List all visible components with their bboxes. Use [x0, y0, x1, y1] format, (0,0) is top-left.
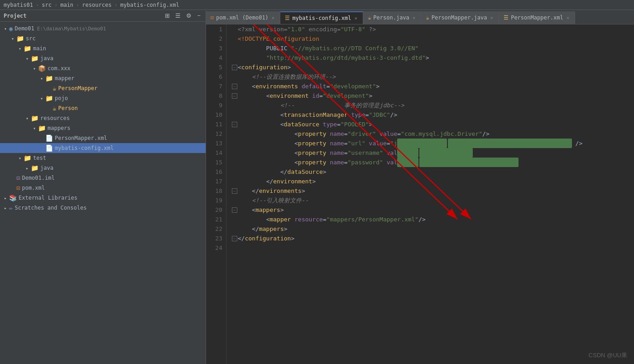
breadcrumb-item-2[interactable]: src	[42, 2, 52, 8]
sidebar-minimize-button[interactable]: −	[196, 12, 202, 19]
tab-person-java[interactable]: ☕ Person.java ×	[363, 11, 421, 24]
tree-item-resources[interactable]: ▾ 📁 resources	[0, 113, 206, 123]
fold-arrow-7[interactable]: −	[232, 84, 237, 89]
tree-label-java: java	[40, 55, 53, 62]
java-class-icon: ☕	[53, 85, 56, 92]
tree-item-demo01[interactable]: ▾ ◉ Demo01 E:\daima\Mybatis\Demo01	[0, 24, 206, 34]
tree-arrow-resources: ▾	[24, 116, 31, 121]
tree-item-test[interactable]: ▾ 📁 test	[0, 153, 206, 163]
tree-arrow-java-test: ▸	[24, 166, 31, 171]
folder-java-icon: 📁	[31, 55, 38, 62]
tree-item-scratches[interactable]: ▸ ✏ Scratches and Consoles	[0, 203, 206, 213]
fold-arrow-5[interactable]: −	[232, 65, 237, 70]
code-line-21: <mapper resource="mappers/PersonMapper.x…	[231, 215, 629, 224]
tab-person-close[interactable]: ×	[412, 15, 417, 21]
tab-pm-xml-icon: ☰	[504, 14, 509, 21]
folder-main-icon: 📁	[24, 45, 31, 52]
code-line-15: <property name="password" val	[231, 158, 629, 167]
expand-all-button[interactable]: ⊞	[163, 12, 171, 19]
tree-label-demo01-iml: Demo01.iml	[22, 175, 54, 181]
code-line-1: <?xml version="1.0" encoding="UTF-8" ?>	[231, 24, 629, 34]
tree-item-java-test[interactable]: ▸ 📁 java	[0, 163, 206, 173]
fold-arrow-20[interactable]: −	[232, 207, 237, 213]
folder-mapper-icon: 📁	[45, 75, 53, 82]
tree-arrow-scratches: ▸	[2, 206, 9, 211]
breadcrumb-item-3[interactable]: main	[60, 2, 73, 8]
tree-arrow-test: ▾	[16, 156, 24, 161]
tab-pom-close[interactable]: ×	[271, 15, 276, 21]
code-line-5: − <configuration>	[231, 62, 629, 72]
fold-23: −	[231, 234, 238, 243]
tree-item-mybatis-config[interactable]: ▸ 📄 mybatis-config.xml	[0, 143, 206, 153]
tree-label-demo01: Demo01	[14, 25, 34, 32]
redacted-url-1	[397, 139, 447, 148]
sidebar-settings-button[interactable]: ⚙	[185, 12, 193, 19]
tree-item-main[interactable]: ▾ 📁 main	[0, 43, 206, 53]
breadcrumb-item-1[interactable]: mybatis01	[4, 2, 33, 8]
redacted-pw-2	[419, 158, 519, 167]
tab-personmapper-xml[interactable]: ☰ PersonMapper.xml ×	[499, 11, 575, 24]
tab-pm-java-icon: ☕	[426, 14, 429, 21]
tab-person-label: Person.java	[373, 14, 409, 21]
tab-pm-java-close[interactable]: ×	[490, 15, 495, 21]
iml-icon: ⊡	[16, 174, 20, 182]
tree-label-mapper: mapper	[55, 75, 74, 81]
code-line-20: − <mappers>	[231, 205, 629, 215]
tab-mybatis-config[interactable]: ☰ mybatis-config.xml ×	[280, 11, 363, 24]
sidebar-toolbar: ⊞ ☰ ⚙ −	[163, 12, 202, 19]
fold-11: −	[231, 120, 238, 129]
code-line-9: <!-- 事务的管理是jdbc-->	[231, 101, 629, 110]
code-area[interactable]: <?xml version="1.0" encoding="UTF-8" ?> …	[226, 24, 634, 364]
tree-item-person[interactable]: ▸ ☕ Person	[0, 103, 206, 113]
tree-item-comxxx[interactable]: ▾ 📦 com.xxx	[0, 63, 206, 73]
tab-pm-xml-label: PersonMapper.xml	[511, 14, 563, 21]
tree-arrow-ext-libs: ▸	[2, 196, 9, 201]
tree-item-pom-xml[interactable]: ▸ ⊡ pom.xml	[0, 183, 206, 193]
tree-item-java[interactable]: ▾ 📁 java	[0, 53, 206, 63]
tree-item-personmapper-xml[interactable]: ▸ 📄 PersonMapper.xml	[0, 133, 206, 143]
fold-arrow-8[interactable]: −	[232, 93, 237, 99]
redacted-user-2	[419, 148, 472, 158]
ext-libs-icon: 📚	[9, 194, 17, 201]
tab-personmapper-java[interactable]: ☕ PersonMapper.java ×	[421, 11, 499, 24]
fold-arrow-18[interactable]: −	[232, 188, 237, 194]
tab-pm-xml-close[interactable]: ×	[566, 15, 571, 21]
code-line-23: − </configuration>	[231, 234, 629, 243]
breadcrumb-item-5[interactable]: mybatis-config.xml	[120, 2, 179, 8]
tree-item-mappers[interactable]: ▾ 📁 mappers	[0, 123, 206, 133]
code-line-4: "http://mybatis.org/dtd/mybatis-3-config…	[231, 53, 629, 62]
tree-item-pojo[interactable]: ▾ 📁 pojo	[0, 93, 206, 103]
tree-label-comxxx: com.xxx	[48, 65, 71, 72]
tab-person-icon: ☕	[368, 14, 371, 21]
code-line-10: <transactionManager type="JDBC"/>	[231, 110, 629, 120]
collapse-all-button[interactable]: ☰	[174, 12, 182, 19]
code-line-16: </dataSource>	[231, 167, 629, 177]
module-icon: ◉	[9, 25, 13, 32]
tree-label-test: test	[33, 155, 46, 161]
code-line-12: <property name="driver" value="com.mysql…	[231, 129, 629, 139]
fold-arrow-11[interactable]: −	[232, 122, 237, 127]
fold-18: −	[231, 186, 238, 196]
fold-8: −	[231, 91, 238, 101]
tree-item-src[interactable]: ▾ 📁 src	[0, 34, 206, 43]
code-line-22: </mappers>	[231, 224, 629, 234]
tree-label-pojo: pojo	[55, 95, 68, 101]
sidebar-header: Project ⊞ ☰ ⚙ −	[0, 10, 206, 22]
tree-arrow-comxxx: ▾	[31, 66, 38, 71]
tree-label-personmapper-java: PersonMapper	[58, 85, 97, 91]
tree-item-demo01-iml[interactable]: ▸ ⊡ Demo01.iml	[0, 173, 206, 183]
tree-item-personmapper-java[interactable]: ▸ ☕ PersonMapper	[0, 83, 206, 93]
editor-area: ⊡ pom.xml (Demo01) × ☰ mybatis-config.xm…	[206, 10, 634, 364]
breadcrumb: mybatis01 › src › main › resources › myb…	[0, 0, 634, 10]
tree-item-ext-libs[interactable]: ▸ 📚 External Libraries	[0, 193, 206, 203]
tab-pom[interactable]: ⊡ pom.xml (Demo01) ×	[206, 11, 280, 24]
code-line-8: − <environment id="development">	[231, 91, 629, 101]
code-line-14: <property name="username" val	[231, 148, 629, 158]
tab-mybatis-close[interactable]: ×	[354, 15, 359, 21]
tree-item-mapper[interactable]: ▾ 📁 mapper	[0, 73, 206, 83]
folder-pojo-icon: 📁	[45, 95, 53, 102]
breadcrumb-item-4[interactable]: resources	[82, 2, 111, 8]
java-person-icon: ☕	[53, 105, 56, 112]
tree-label-mappers: mappers	[48, 125, 71, 131]
fold-arrow-23[interactable]: −	[232, 236, 237, 241]
